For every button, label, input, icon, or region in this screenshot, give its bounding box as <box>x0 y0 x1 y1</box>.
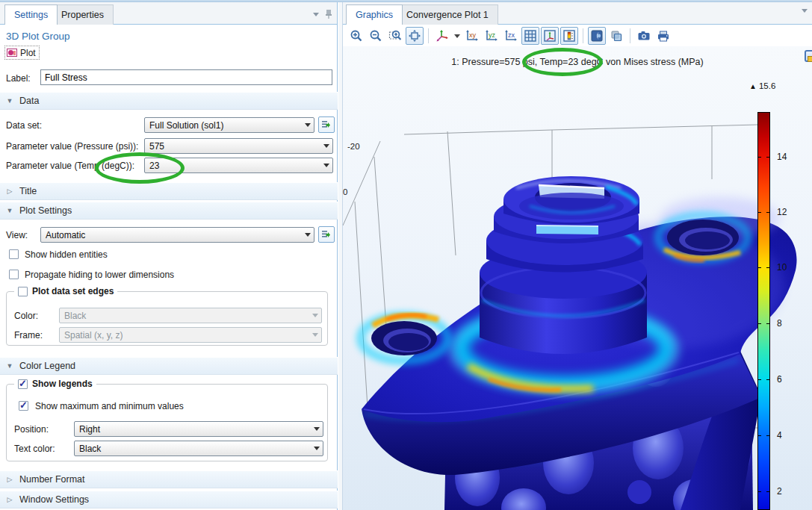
colorbar-label: 2 <box>777 486 782 497</box>
data-set-combo[interactable]: Full Solution (sol1) <box>144 117 314 133</box>
collapse-arrow-icon: ▷ <box>0 476 19 483</box>
print-icon <box>657 29 670 43</box>
zoom-extents-icon <box>408 29 421 43</box>
show-legends-group: Show legends Show maximum and minimum va… <box>6 384 328 461</box>
zoom-out-button[interactable] <box>367 27 385 45</box>
zoom-extents-button[interactable] <box>406 27 424 45</box>
edges-frame-combo: Spatial (x, y, z) <box>59 327 322 343</box>
graphics-toolbar: xy yz zx <box>343 25 812 46</box>
go-to-xy-view-button[interactable]: xy <box>463 27 481 45</box>
section-header-plot-settings[interactable]: ▼ Plot Settings <box>0 202 338 220</box>
combo-arrow-icon <box>302 233 314 237</box>
combo-arrow-icon <box>309 333 321 337</box>
tab-graphics[interactable]: Graphics <box>346 4 403 25</box>
combo-arrow-icon <box>311 447 323 450</box>
show-legends-checkbox[interactable] <box>18 379 28 389</box>
colorbar-tick <box>766 379 769 380</box>
colorbar-tick <box>766 323 769 324</box>
zoom-in-icon <box>350 29 363 43</box>
panel-menu-icon[interactable] <box>313 13 319 16</box>
show-grid-button[interactable] <box>521 27 539 45</box>
pin-icon[interactable] <box>325 9 332 19</box>
colorbar-tick <box>766 157 769 158</box>
go-to-default-3d-view-button[interactable] <box>433 27 451 45</box>
max-triangle-icon: ▲ <box>749 82 757 90</box>
show-axis-orientation-button[interactable] <box>541 27 559 45</box>
combo-arrow-icon <box>320 144 332 148</box>
view-yz-icon: yz <box>484 29 499 43</box>
model-top-right-hole <box>658 215 748 261</box>
collapse-arrow-icon: ▼ <box>0 97 19 105</box>
camera-icon <box>637 29 651 43</box>
go-to-source-button[interactable] <box>318 226 335 243</box>
colorbar-label: 4 <box>777 430 782 441</box>
tab-properties[interactable]: Properties <box>52 4 114 25</box>
grid-icon <box>524 29 537 43</box>
settings-tabstrip: Settings Properties <box>0 0 337 25</box>
colorbar-tick <box>766 491 769 492</box>
section-header-window-settings[interactable]: ▷ Window Settings <box>0 491 338 509</box>
toolbar-separator <box>428 28 429 43</box>
label-field-label: Label: <box>6 73 31 84</box>
panel-menu-icon[interactable] <box>802 9 808 13</box>
view-label: View: <box>6 230 28 240</box>
section-header-data[interactable]: ▼ Data <box>0 92 338 110</box>
show-max-min-checkbox[interactable] <box>19 401 28 411</box>
scene-light-button[interactable] <box>588 27 606 45</box>
plot-data-set-edges-checkbox[interactable] <box>18 287 28 296</box>
go-to-zx-view-button[interactable]: zx <box>502 27 520 45</box>
text-color-label: Text color: <box>14 444 55 454</box>
section-header-number-format[interactable]: ▷ Number Format <box>0 470 338 488</box>
param-pressure-combo[interactable]: 575 <box>144 138 333 154</box>
collapse-arrow-icon: ▼ <box>0 362 19 370</box>
transparency-button[interactable] <box>607 27 625 45</box>
axis-toggle-icon <box>543 29 557 43</box>
graphics-canvas[interactable]: 1: Pressure=575 psi, Temp=23 degC von Mi… <box>343 46 812 510</box>
view-dropdown-button[interactable] <box>453 27 462 45</box>
section-header-color-legend[interactable]: ▼ Color Legend <box>0 357 338 375</box>
colorbar <box>757 112 770 510</box>
view-zx-icon: zx <box>503 29 518 43</box>
propagate-hiding-checkbox[interactable] <box>9 270 19 279</box>
label-input[interactable] <box>40 69 332 85</box>
go-to-yz-view-button[interactable]: yz <box>483 27 500 45</box>
print-button[interactable] <box>654 27 672 45</box>
axis-tick-label: 0 <box>343 187 347 196</box>
position-combo[interactable]: Right <box>74 421 323 437</box>
image-snapshot-button[interactable] <box>635 27 653 45</box>
edges-color-combo: Black <box>59 308 322 323</box>
colorbar-tick <box>758 157 761 158</box>
view-xy-icon: xy <box>465 29 480 43</box>
go-to-source-button[interactable] <box>318 116 335 133</box>
propagate-hiding-label: Propagate hiding to lower dimensions <box>25 270 174 280</box>
show-color-legend-button[interactable] <box>560 27 578 45</box>
axis-orientation-icon <box>436 29 449 43</box>
plot-data-set-edges-label: Plot data set edges <box>32 286 114 296</box>
max-value: 15.6 <box>759 81 775 90</box>
model-left-corner-hole <box>361 315 447 361</box>
zoom-box-icon <box>388 29 402 43</box>
position-label: Position: <box>14 424 49 435</box>
stress-plot-3d-model <box>343 46 812 510</box>
tab-settings[interactable]: Settings <box>4 4 58 25</box>
combo-arrow-icon <box>311 427 323 431</box>
show-legends-label: Show legends <box>32 379 93 389</box>
colorbar-label: 14 <box>777 152 787 162</box>
colorbar-tick <box>758 379 761 380</box>
graphics-panel: Graphics Convergence Plot 1 <box>342 0 812 510</box>
annotation-ellipse-title <box>522 48 603 76</box>
plot-button[interactable]: Plot <box>4 46 40 60</box>
section-header-title[interactable]: ▷ Title <box>0 182 338 200</box>
zoom-out-icon <box>369 29 382 43</box>
show-hidden-entities-checkbox[interactable] <box>9 249 19 259</box>
tab-convergence-plot-1[interactable]: Convergence Plot 1 <box>397 4 498 25</box>
view-combo[interactable]: Automatic <box>40 227 314 243</box>
page-title: 3D Plot Group <box>6 31 70 42</box>
window-top-edge <box>0 0 812 2</box>
toolbar-separator <box>583 28 583 43</box>
zoom-in-button[interactable] <box>347 27 365 45</box>
text-color-combo[interactable]: Black <box>74 441 323 456</box>
colorbar-tick <box>758 267 761 268</box>
zoom-box-button[interactable] <box>386 27 404 45</box>
param-pressure-label: Parameter value (Pressure (psi)): <box>6 141 138 152</box>
